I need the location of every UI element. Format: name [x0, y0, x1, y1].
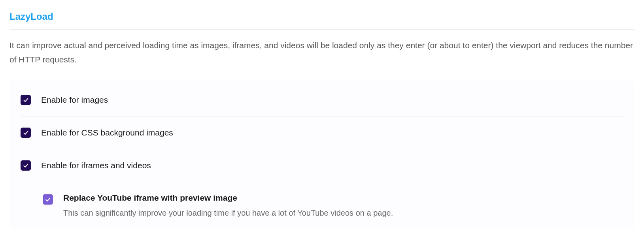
check-icon [23, 162, 29, 169]
option-label: Enable for images [41, 95, 108, 105]
options-panel: Enable for images Enable for CSS backgro… [9, 81, 635, 229]
section-title: LazyLoad [9, 11, 635, 22]
sub-option-label: Replace YouTube iframe with preview imag… [63, 193, 393, 203]
checkbox-replace-youtube[interactable] [43, 194, 53, 205]
section-description: It can improve actual and perceived load… [9, 38, 635, 66]
checkbox-enable-images[interactable] [21, 95, 31, 105]
sub-option-description: This can significantly improve your load… [63, 207, 393, 219]
check-icon [45, 196, 51, 203]
check-icon [23, 130, 29, 136]
checkbox-enable-iframes[interactable] [21, 160, 31, 171]
option-label: Enable for iframes and videos [41, 161, 151, 170]
option-row-enable-iframes: Enable for iframes and videos [21, 149, 623, 182]
option-row-enable-css-bg: Enable for CSS background images [21, 117, 623, 149]
option-label: Enable for CSS background images [41, 128, 173, 137]
sub-option-content: Replace YouTube iframe with preview imag… [63, 193, 393, 219]
check-icon [23, 97, 29, 103]
checkbox-enable-css-bg[interactable] [21, 128, 31, 138]
option-row-enable-images: Enable for images [21, 84, 623, 117]
option-subrow-replace-youtube: Replace YouTube iframe with preview imag… [21, 182, 623, 222]
section-divider [9, 29, 635, 30]
